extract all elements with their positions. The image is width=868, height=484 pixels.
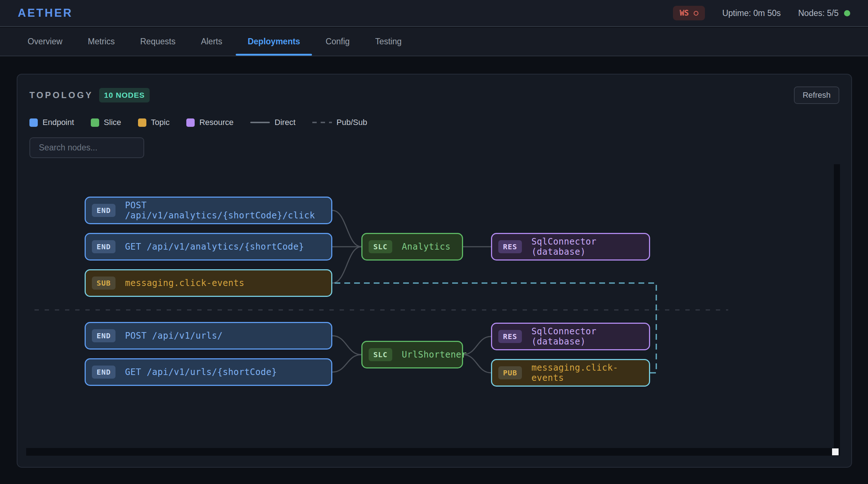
node-slice-urlshortener[interactable]: SLCUrlShortener	[361, 341, 463, 368]
legend-label: Direct	[275, 118, 295, 127]
node-ep-get-analytics[interactable]: ENDGET /api/v1/analytics/{shortCode}	[85, 233, 332, 261]
tab-deployments[interactable]: Deployments	[248, 28, 300, 56]
tab-alerts[interactable]: Alerts	[201, 28, 222, 56]
node-label: POST /api/v1/analytics/{shortCode}/click	[125, 200, 331, 221]
nodes-status: Nodes: 5/5	[798, 8, 850, 18]
node-label: UrlShortener	[402, 350, 467, 360]
dashed-line-icon	[312, 122, 332, 123]
legend-item-topic: Topic	[138, 118, 170, 127]
node-ep-get-urls[interactable]: ENDGET /api/v1/urls/{shortCode}	[85, 358, 332, 386]
tab-overview[interactable]: Overview	[28, 28, 62, 56]
legend-item-resource: Resource	[186, 118, 234, 127]
panel-title: TOPOLOGY	[29, 90, 93, 100]
node-kind-badge: SUB	[92, 277, 115, 290]
legend-label: Slice	[104, 118, 121, 127]
node-topic-pub[interactable]: PUBmessaging.click-events	[491, 359, 650, 387]
node-label: Analytics	[402, 242, 451, 252]
node-kind-badge: END	[92, 329, 115, 342]
node-res-sql-2[interactable]: RESSqlConnector (database)	[491, 323, 650, 350]
node-label: messaging.click-events	[531, 363, 649, 383]
panel-header: TOPOLOGY 10 NODES Refresh	[29, 86, 839, 104]
node-label: GET /api/v1/urls/{shortCode}	[125, 367, 277, 377]
resource-swatch-icon	[186, 118, 195, 127]
tab-metrics[interactable]: Metrics	[88, 28, 115, 56]
top-bar: AETHER WS Uptime: 0m 50s Nodes: 5/5	[0, 0, 868, 27]
topic-swatch-icon	[138, 118, 146, 127]
tab-testing[interactable]: Testing	[375, 28, 402, 56]
node-label: POST /api/v1/urls/	[125, 331, 223, 341]
node-kind-badge: END	[92, 366, 115, 379]
node-kind-badge: RES	[498, 240, 522, 253]
node-kind-badge: SLC	[369, 348, 392, 361]
legend-label: Pub/Sub	[337, 118, 367, 127]
app-root: AETHER WS Uptime: 0m 50s Nodes: 5/5 Over…	[0, 0, 868, 484]
node-kind-badge: PUB	[498, 366, 522, 379]
health-dot-icon	[844, 10, 850, 16]
endpoint-swatch-icon	[29, 118, 38, 127]
legend-item-direct: Direct	[250, 118, 295, 127]
legend-label: Topic	[151, 118, 170, 127]
node-label: SqlConnector (database)	[531, 326, 649, 347]
vertical-scrollbar[interactable]	[834, 164, 840, 448]
node-count-badge: 10 NODES	[99, 88, 150, 102]
solid-line-icon	[250, 122, 270, 123]
legend-item-slice: Slice	[91, 118, 121, 127]
legend-label: Endpoint	[42, 118, 74, 127]
node-kind-badge: RES	[498, 330, 522, 343]
legend-item-pubsub: Pub/Sub	[312, 118, 367, 127]
node-slice-analytics[interactable]: SLCAnalytics	[361, 233, 463, 261]
node-ep-post-click[interactable]: ENDPOST /api/v1/analytics/{shortCode}/cl…	[85, 197, 332, 224]
node-kind-badge: END	[92, 240, 115, 253]
slice-swatch-icon	[91, 118, 99, 127]
node-res-sql-1[interactable]: RESSqlConnector (database)	[491, 233, 650, 261]
nodes-count-text: Nodes: 5/5	[798, 8, 839, 18]
search-input[interactable]	[29, 137, 144, 158]
uptime-text: Uptime: 0m 50s	[722, 8, 781, 18]
ws-disconnected-icon	[694, 11, 698, 16]
horizontal-scrollbar-thumb[interactable]	[832, 448, 839, 455]
ws-label: WS	[680, 9, 689, 17]
node-ep-post-urls[interactable]: ENDPOST /api/v1/urls/	[85, 322, 332, 350]
refresh-button[interactable]: Refresh	[794, 86, 839, 104]
node-label: GET /api/v1/analytics/{shortCode}	[125, 242, 304, 252]
node-kind-badge: SLC	[369, 240, 392, 253]
legend: EndpointSliceTopicResourceDirectPub/Sub	[29, 118, 839, 127]
node-label: messaging.click-events	[125, 278, 244, 288]
tab-config[interactable]: Config	[325, 28, 349, 56]
top-bar-status: WS Uptime: 0m 50s Nodes: 5/5	[673, 6, 850, 20]
nav-tabs: OverviewMetricsRequestsAlertsDeployments…	[0, 28, 868, 56]
node-label: SqlConnector (database)	[531, 237, 649, 257]
node-kind-badge: END	[92, 204, 115, 217]
app-logo: AETHER	[18, 7, 73, 20]
node-topic-sub[interactable]: SUBmessaging.click-events	[85, 269, 332, 297]
legend-item-endpoint: Endpoint	[29, 118, 74, 127]
legend-label: Resource	[199, 118, 234, 127]
tab-requests[interactable]: Requests	[140, 28, 175, 56]
ws-status-badge: WS	[673, 6, 705, 20]
horizontal-scrollbar[interactable]	[26, 448, 840, 456]
